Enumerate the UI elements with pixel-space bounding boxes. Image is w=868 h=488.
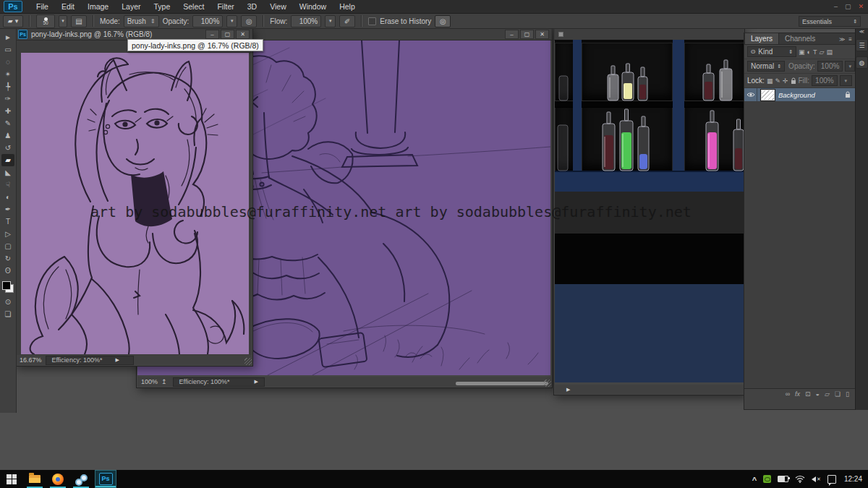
- layer-thumbnail[interactable]: [761, 90, 775, 100]
- dock-color-icon[interactable]: ◍: [856, 56, 868, 69]
- zoom-tool-icon[interactable]: ʘ: [1, 265, 14, 277]
- eyedropper-tool-icon[interactable]: ✑: [1, 93, 14, 105]
- menu-item-help[interactable]: Help: [333, 1, 362, 12]
- opacity-value[interactable]: 100%: [192, 15, 223, 27]
- expand-dock-icon[interactable]: ≪: [859, 29, 864, 35]
- tablet-pressure-size-button[interactable]: ◎: [435, 15, 451, 27]
- menu-item-select[interactable]: Select: [176, 1, 210, 12]
- filter-shape-layers-icon[interactable]: ▱: [819, 48, 824, 56]
- delete-layer-icon[interactable]: ▯: [846, 390, 849, 398]
- menu-item-edit[interactable]: Edit: [55, 1, 81, 12]
- app-maximize-button[interactable]: ▢: [845, 3, 851, 10]
- tray-app-icon[interactable]: [763, 475, 771, 483]
- spot-healing-tool-icon[interactable]: ✚: [1, 105, 14, 117]
- layer-mask-icon[interactable]: ⊡: [805, 390, 811, 398]
- maximize-button[interactable]: ▢: [221, 30, 234, 39]
- zoom-level[interactable]: 16.67%: [16, 356, 46, 364]
- lock-all-icon[interactable]: [791, 77, 796, 85]
- visibility-toggle[interactable]: [744, 88, 757, 101]
- adjustment-layer-icon[interactable]: ◒: [816, 390, 820, 398]
- brush-preset-picker[interactable]: 50: [36, 14, 55, 28]
- chain-app-button[interactable]: [69, 470, 93, 488]
- tray-chevron-icon[interactable]: ^: [752, 476, 757, 484]
- menu-item-file[interactable]: File: [30, 1, 55, 12]
- filter-pixel-layers-icon[interactable]: ▣: [799, 48, 805, 56]
- efficiency-box[interactable]: Efficiency: 100%* ▶: [173, 377, 265, 387]
- toggle-brush-panel-button[interactable]: ▤: [71, 15, 87, 27]
- crop-tool-icon[interactable]: ╄: [1, 80, 14, 93]
- horizontal-scrollbar[interactable]: [456, 382, 548, 385]
- zoom-level[interactable]: 100%: [137, 378, 161, 385]
- brush-tool-icon[interactable]: ✎: [1, 117, 14, 129]
- opacity-dropdown-arrow[interactable]: ▾: [226, 15, 237, 27]
- minimize-button[interactable]: –: [505, 30, 519, 39]
- maximize-button[interactable]: ▢: [520, 30, 534, 39]
- quick-mask-button[interactable]: ⊙: [1, 296, 14, 308]
- layer-opacity-value[interactable]: 100%: [817, 61, 843, 72]
- type-tool-icon[interactable]: T: [1, 215, 14, 228]
- menu-item-filter[interactable]: Filter: [210, 1, 240, 12]
- mode-select[interactable]: Brush ⇕: [124, 15, 159, 27]
- lock-transparency-icon[interactable]: ▦: [767, 77, 773, 85]
- pen-tool-icon[interactable]: ✒: [1, 203, 14, 215]
- filter-kind-select[interactable]: ʘ Kind ⇕: [747, 46, 796, 57]
- volume-muted-icon[interactable]: ✕: [812, 476, 821, 482]
- airbrush-button[interactable]: ✐: [339, 15, 355, 27]
- filter-type-layers-icon[interactable]: T: [813, 48, 817, 56]
- menu-item-3d[interactable]: 3D: [241, 1, 263, 12]
- tablet-pressure-opacity-button[interactable]: ◎: [241, 15, 257, 27]
- opacity-dropdown-arrow[interactable]: ▾: [845, 61, 855, 72]
- battery-icon[interactable]: [778, 476, 788, 482]
- minimize-button[interactable]: –: [205, 30, 219, 39]
- clone-stamp-tool-icon[interactable]: ♟: [1, 129, 14, 142]
- menu-item-type[interactable]: Type: [147, 1, 176, 12]
- status-menu-arrow-icon[interactable]: ▶: [115, 357, 119, 363]
- rectangular-marquee-tool-icon[interactable]: ▭: [1, 43, 14, 56]
- file-explorer-button[interactable]: [23, 470, 46, 488]
- tool-preset-picker[interactable]: ▰ ▾: [3, 15, 23, 27]
- lasso-tool-icon[interactable]: ◌: [1, 56, 14, 68]
- canvas-pony[interactable]: [21, 53, 249, 354]
- eraser-tool-icon[interactable]: ▰: [1, 154, 14, 166]
- filter-smart-objects-icon[interactable]: ▤: [826, 48, 833, 56]
- status-menu-arrow-icon[interactable]: ▶: [254, 379, 258, 385]
- flow-value[interactable]: 100%: [291, 15, 321, 27]
- erase-to-history-checkbox[interactable]: [368, 17, 376, 25]
- tab-layers[interactable]: Layers: [744, 33, 779, 44]
- new-layer-icon[interactable]: ❏: [835, 390, 841, 398]
- link-layers-icon[interactable]: ∞: [786, 390, 790, 398]
- collapse-panel-icon[interactable]: ≫: [839, 36, 845, 43]
- action-center-icon[interactable]: [827, 475, 836, 484]
- layer-style-icon[interactable]: fx: [795, 390, 800, 398]
- resize-grip[interactable]: [544, 380, 551, 387]
- resize-grip[interactable]: [244, 358, 252, 365]
- export-icon[interactable]: ↥: [161, 378, 167, 385]
- start-button[interactable]: [0, 470, 23, 488]
- menu-item-layer[interactable]: Layer: [115, 1, 147, 12]
- filter-adjustment-layers-icon[interactable]: ◐: [807, 48, 811, 56]
- smudge-tool-icon[interactable]: ☟: [1, 179, 14, 191]
- dodge-tool-icon[interactable]: ◐: [1, 191, 14, 203]
- layer-row-background[interactable]: Background: [744, 88, 855, 101]
- layer-group-icon[interactable]: ▱: [825, 390, 830, 398]
- menu-item-image[interactable]: Image: [81, 1, 115, 12]
- status-menu-arrow-icon[interactable]: ▶: [566, 387, 570, 393]
- window-title-bar[interactable]: [554, 28, 744, 40]
- path-selection-tool-icon[interactable]: ▷: [1, 228, 14, 240]
- flow-dropdown-arrow[interactable]: ▾: [325, 15, 336, 27]
- dock-layers-icon[interactable]: ☰: [856, 39, 868, 51]
- close-button[interactable]: ✕: [535, 30, 549, 39]
- app-close-button[interactable]: ✕: [858, 3, 864, 10]
- shape-tool-icon[interactable]: ▢: [1, 240, 14, 252]
- wifi-icon[interactable]: [795, 475, 805, 483]
- panel-menu-icon[interactable]: ≡: [848, 36, 852, 43]
- foreground-color-swatch[interactable]: [2, 281, 11, 290]
- photoshop-taskbar-button[interactable]: Ps: [95, 470, 116, 488]
- tab-channels[interactable]: Channels: [779, 33, 821, 44]
- history-brush-tool-icon[interactable]: ↺: [1, 142, 14, 154]
- canvas-bottles[interactable]: [555, 40, 744, 384]
- app-minimize-button[interactable]: –: [834, 3, 838, 10]
- document-window-bottles[interactable]: ▶: [553, 27, 745, 395]
- move-tool-icon[interactable]: ►: [1, 31, 14, 43]
- lock-move-icon[interactable]: ✛: [783, 77, 788, 85]
